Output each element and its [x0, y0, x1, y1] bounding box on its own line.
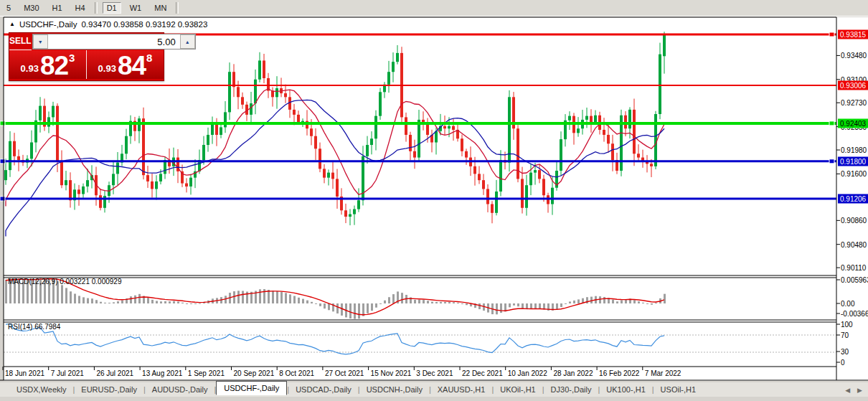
chart-title: ▲ USDCHF-,Daily 0.93470 0.93858 0.93192 …: [9, 20, 207, 29]
macd-histogram-bar: [169, 301, 171, 303]
candle-body: [387, 72, 390, 85]
level-price-box[interactable]: 0.92403: [838, 118, 868, 128]
macd-histogram-bar: [164, 301, 166, 303]
level-price-box[interactable]: 0.93006: [838, 80, 868, 90]
tab-scroll-arrows: ◀ ▶: [845, 387, 862, 394]
macd-histogram-bar: [147, 298, 149, 303]
macd-histogram-bar: [293, 296, 296, 303]
level-marker-icon[interactable]: [0, 121, 5, 126]
chart-tab-usdcnh[interactable]: USDCNH-,Daily: [360, 384, 429, 395]
macd-histogram-bar: [108, 303, 110, 303]
volume-input[interactable]: [48, 34, 180, 49]
date-axis-label[interactable]: 28 Jan 2022: [553, 369, 593, 377]
collapse-triangle-icon[interactable]: ▲: [9, 22, 15, 27]
sell-button[interactable]: SELL: [9, 33, 32, 50]
candle-body: [465, 151, 468, 158]
price-tick-label: 0.92730: [841, 99, 867, 107]
date-axis-label[interactable]: 20 Sep 2021: [234, 369, 275, 377]
macd-histogram-bar: [599, 296, 601, 303]
chart-tab-usdchf[interactable]: USDCHF-,Daily: [216, 381, 287, 395]
macd-histogram-bar: [500, 303, 502, 313]
buy-button[interactable]: BUY: [197, 33, 214, 50]
candle-body: [585, 116, 588, 120]
macd-histogram-bar: [651, 303, 653, 305]
candle-body: [534, 170, 537, 173]
macd-histogram-bar: [414, 300, 416, 303]
macd-histogram-bar: [440, 302, 442, 303]
candle-body: [409, 135, 412, 151]
chart-tab-audusd[interactable]: AUDUSD-,Daily: [146, 384, 214, 395]
candle-body: [659, 55, 661, 114]
candle-body: [65, 180, 67, 185]
chart-tab-dj30[interactable]: DJ30-,Daily: [544, 384, 598, 395]
macd-histogram-bar: [336, 303, 339, 313]
candle-body: [426, 125, 429, 135]
macd-histogram-bar: [280, 292, 283, 303]
candle-body: [99, 195, 102, 208]
level-marker-icon[interactable]: [829, 32, 834, 37]
date-axis-label[interactable]: 15 Nov 2021: [371, 369, 412, 377]
candle-body: [142, 118, 145, 175]
tab-scroll-left-icon[interactable]: ◀: [845, 387, 850, 394]
macd-histogram-bar: [616, 301, 618, 303]
macd-histogram-bar: [190, 303, 192, 304]
macd-histogram-bar: [87, 298, 89, 303]
candle-body: [379, 92, 382, 115]
chart-tab-usoil[interactable]: USOil-,H1: [654, 384, 703, 395]
date-axis-label[interactable]: 7 Mar 2022: [645, 369, 681, 377]
macd-histogram-bar: [423, 300, 425, 303]
level-price-box[interactable]: 0.91800: [838, 156, 868, 166]
macd-histogram-bar: [612, 300, 614, 303]
level-marker-icon[interactable]: [0, 197, 5, 201]
level-marker-icon[interactable]: [829, 121, 834, 126]
macd-histogram-bar: [82, 297, 85, 303]
chart-tab-ukoil[interactable]: UKOil-,H1: [494, 384, 542, 395]
date-axis-label[interactable]: 1 Sep 2021: [188, 369, 225, 377]
date-axis-label[interactable]: 16 Feb 2022: [599, 369, 639, 377]
date-axis-label[interactable]: 18 Jun 2021: [5, 369, 44, 377]
date-axis-label[interactable]: 3 Dec 2021: [416, 369, 453, 377]
chart-tab-uk100[interactable]: UK100-,H1: [600, 384, 651, 395]
candle-body: [336, 179, 339, 197]
date-axis-label[interactable]: 27 Oct 2021: [325, 369, 364, 377]
level-marker-icon[interactable]: [829, 159, 834, 164]
date-axis-label[interactable]: 13 Aug 2021: [142, 369, 182, 377]
volume-decrease-button[interactable]: ▼: [33, 34, 48, 49]
candle-body: [77, 189, 80, 194]
candle-body: [9, 141, 11, 170]
tab-scroll-right-icon[interactable]: ▶: [857, 387, 862, 394]
date-axis-label[interactable]: 26 Jul 2021: [96, 369, 133, 377]
date-axis-label[interactable]: 7 Jul 2021: [51, 369, 84, 377]
chart-tab-eurusd[interactable]: EURUSD-,Daily: [75, 384, 143, 395]
macd-histogram-bar: [509, 303, 511, 307]
date-axis-label[interactable]: 8 Oct 2021: [279, 369, 314, 377]
macd-histogram-bar: [358, 303, 360, 319]
candle-body: [521, 179, 524, 207]
candle-body: [396, 53, 399, 62]
chart-ohlc-values: 0.93470 0.93858 0.93192 0.93823: [81, 20, 207, 29]
sell-price-display[interactable]: 0.93 82 3: [9, 50, 87, 79]
macd-histogram-bar: [461, 303, 463, 304]
macd-histogram-bar: [328, 303, 330, 310]
candle-body: [650, 164, 653, 166]
macd-histogram-bar: [431, 302, 433, 303]
candle-body: [13, 141, 16, 156]
date-axis-label[interactable]: 10 Jan 2022: [508, 369, 547, 377]
macd-histogram-bar: [113, 302, 115, 303]
macd-histogram-bar: [160, 301, 162, 303]
macd-histogram-bar: [134, 296, 136, 303]
chart-tab-usdx[interactable]: USDX,Weekly: [10, 384, 72, 395]
chart-tab-usdcad[interactable]: USDCAD-,Daily: [289, 384, 358, 395]
level-price-box[interactable]: 0.93815: [838, 30, 868, 39]
buy-price-display[interactable]: 0.93 84 8: [87, 50, 164, 79]
chart-tab-xauusd[interactable]: XAUUSD-,H1: [431, 384, 492, 395]
candle-body: [116, 163, 119, 174]
date-axis-label[interactable]: 22 Dec 2021: [462, 369, 503, 377]
level-marker-icon[interactable]: [0, 159, 5, 164]
candle-body: [331, 173, 334, 179]
level-price-box[interactable]: 0.91206: [838, 194, 868, 203]
candle-body: [254, 80, 257, 103]
volume-increase-button[interactable]: ▲: [180, 34, 195, 49]
macd-histogram-bar: [233, 291, 235, 303]
candle-body: [594, 115, 597, 123]
